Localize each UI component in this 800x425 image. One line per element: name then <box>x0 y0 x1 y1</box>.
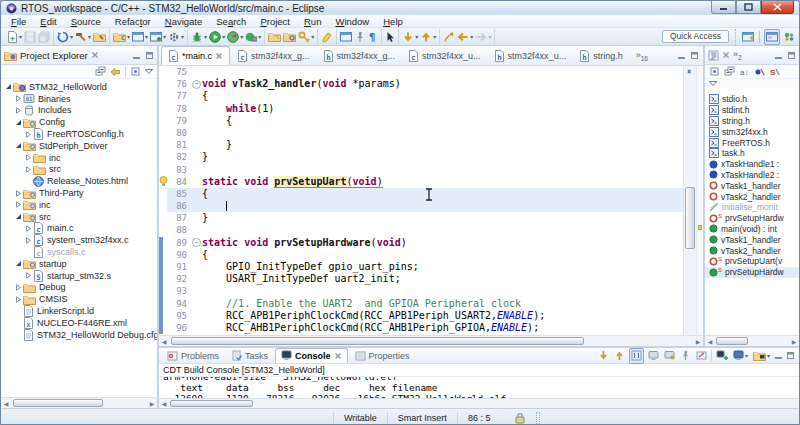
outline-item-vtask2-handler[interactable]: vTask2_handler <box>705 191 799 202</box>
code-line-86[interactable]: 86 <box>159 200 683 212</box>
fold-collapse-icon[interactable]: − <box>192 80 201 89</box>
code-line-95[interactable]: 95 RCC_APB1PeriphClockCmd(RCC_APB1Periph… <box>159 310 683 322</box>
tree-item-main-c[interactable]: cmain.c <box>1 223 157 235</box>
editor-tab-stm32f4xx-u-[interactable]: hstm32f4xx_u... <box>488 46 573 65</box>
view-minimize-icon[interactable] <box>774 351 783 360</box>
debug-perspective-button[interactable] <box>782 29 796 45</box>
cpp-perspective-button[interactable] <box>764 29 780 45</box>
code-line-89[interactable]: 89−static void prvSetupHardware(void) <box>159 237 683 249</box>
focus-icon[interactable] <box>130 66 141 77</box>
open-resource-button[interactable] <box>282 29 297 45</box>
search-key-button[interactable]: ▾ <box>297 29 315 45</box>
console-tab-console[interactable]: Console <box>275 348 348 363</box>
profile-button[interactable]: ▾ <box>226 29 244 45</box>
menu-search[interactable]: Search <box>209 16 253 27</box>
quick-access-box[interactable]: Quick Access <box>662 30 729 43</box>
scroll-up-button[interactable] <box>613 348 626 364</box>
build-button[interactable]: ▾ <box>74 29 92 45</box>
editor-tab-stm32f4xx-g-[interactable]: hstm32f4xx_g... <box>317 46 402 65</box>
console-hscrollbar[interactable]: ◀ <box>159 398 799 408</box>
clear-console-button[interactable] <box>695 348 708 364</box>
outline-item-main-void-int[interactable]: main(void) : int <box>705 224 799 235</box>
menu-run[interactable]: Run <box>297 16 328 27</box>
tree-item-startup[interactable]: startup <box>1 258 157 270</box>
open-perspective-button[interactable] <box>741 29 755 45</box>
view-maximize-icon[interactable] <box>787 51 796 60</box>
tree-item-src[interactable]: src <box>1 164 157 176</box>
save-button[interactable] <box>23 29 37 45</box>
outline-item-string-h[interactable]: string.h <box>705 116 799 127</box>
outline-item-initialise-monit[interactable]: initialise_monit <box>705 202 799 213</box>
new-console-button[interactable]: ▾ <box>752 348 771 364</box>
last-edit-button[interactable] <box>442 29 456 45</box>
code-line-80[interactable]: 80 <box>159 127 683 139</box>
debug-button[interactable]: ▾ <box>190 29 208 45</box>
link-with-editor-icon[interactable] <box>110 66 121 77</box>
outline-item-freertos-h[interactable]: FreeRTOS.h <box>705 137 799 148</box>
open-console-button[interactable] <box>715 348 729 364</box>
code-line-85[interactable]: 85{ <box>159 188 683 200</box>
expand-arrow-icon[interactable] <box>14 107 23 114</box>
menu-help[interactable]: Help <box>376 16 410 27</box>
tree-item-cmsis[interactable]: CMSIS <box>1 293 157 305</box>
code-line-83[interactable]: 83 <box>159 164 683 176</box>
code-editor[interactable]: 7576−void vTask2_handler(void *params)77… <box>159 66 703 335</box>
pin-button[interactable] <box>353 29 367 45</box>
save-all-button[interactable] <box>37 29 51 45</box>
collapse-all-icon[interactable] <box>724 66 735 77</box>
view-menu-icon[interactable] <box>145 69 153 74</box>
tree-item-stm32-helloworld-debug-cfg[interactable]: STM32_HelloWorld Debug.cfg <box>1 329 157 341</box>
next-annotation-button[interactable]: ▾ <box>401 29 419 45</box>
view-menu-icon[interactable] <box>709 81 717 86</box>
console-tab-properties[interactable]: Properties <box>350 348 415 363</box>
editor-overflow-chevron[interactable]: »16 <box>636 50 648 62</box>
outline-item-prvsetuphardw[interactable]: SprvSetupHardw <box>705 213 799 224</box>
code-line-91[interactable]: 91 GPIO_InitTypeDef gpio_uart_pins; <box>159 261 683 273</box>
expand-arrow-icon[interactable] <box>14 190 23 197</box>
code-line-81[interactable]: 81 } <box>159 139 683 151</box>
view-minimize-icon[interactable] <box>677 51 686 60</box>
tree-item-syscalls-c[interactable]: csyscalls.c <box>1 246 157 258</box>
collapse-arrow-icon[interactable] <box>4 83 13 90</box>
select-pointer-button[interactable] <box>384 29 396 45</box>
expand-arrow-icon[interactable] <box>14 284 23 291</box>
open-type-button[interactable] <box>267 29 282 45</box>
code-line-93[interactable]: 93 <box>159 285 683 297</box>
menu-refactor[interactable]: Refactor <box>108 16 158 27</box>
tree-item-third-party[interactable]: Third-Party <box>1 187 157 199</box>
menu-edit[interactable]: Edit <box>33 16 63 27</box>
tree-item-stm32-helloworld[interactable]: STM32_HelloWorld <box>1 81 157 93</box>
scroll-lock-button[interactable] <box>629 348 644 364</box>
tree-item-inc[interactable]: inc <box>1 152 157 164</box>
tree-item-system-stm32f4xx-c[interactable]: csystem_stm32f4xx.c <box>1 234 157 246</box>
collapse-all-icon[interactable] <box>95 66 106 77</box>
overview-ruler[interactable] <box>696 66 703 335</box>
show-view-button[interactable] <box>339 29 353 45</box>
expand-arrow-icon[interactable] <box>24 154 33 161</box>
expand-arrow-icon[interactable] <box>24 237 33 244</box>
gear-button[interactable]: ▾ <box>167 29 185 45</box>
maximize-button[interactable] <box>736 1 761 14</box>
outline-item-prvsetuphardw[interactable]: SprvSetupHardw <box>705 267 799 278</box>
tree-item-startup-stm32-s[interactable]: Sstartup_stm32.s <box>1 270 157 282</box>
editor-tab-string-h[interactable]: hstring.h <box>573 46 629 65</box>
tab-close-icon[interactable] <box>334 352 342 360</box>
view-maximize-icon[interactable] <box>690 51 699 60</box>
menu-window[interactable]: Window <box>328 16 376 27</box>
code-line-96[interactable]: 96 RCC_AHB1PeriphClockCmd(RCC_AHB1Periph… <box>159 322 683 334</box>
code-line-94[interactable]: 94 //1. Enable the UART2 and GPIOA Perip… <box>159 298 683 310</box>
expand-arrow-icon[interactable] <box>14 201 23 208</box>
console-tab-tasks[interactable]: Tasks <box>226 348 273 363</box>
menu-navigate[interactable]: Navigate <box>158 16 210 27</box>
expand-arrow-icon[interactable] <box>24 131 33 138</box>
tree-item-inc[interactable]: inc <box>1 199 157 211</box>
expand-arrow-icon[interactable] <box>14 95 23 102</box>
code-line-75[interactable]: 75 <box>159 66 683 78</box>
outline-hscrollbar[interactable]: ◀ ▶ <box>705 335 799 346</box>
tab-close-icon[interactable] <box>215 52 223 60</box>
collapse-arrow-icon[interactable] <box>14 213 23 220</box>
outline-item-stdint-h[interactable]: stdint.h <box>705 105 799 116</box>
menu-project[interactable]: Project <box>253 16 297 27</box>
console-output[interactable]: arm-none-eabi-size STM32_HelloWorld.elf … <box>159 377 799 398</box>
editor-vscrollbar[interactable]: ▲ ▼ <box>683 66 696 335</box>
